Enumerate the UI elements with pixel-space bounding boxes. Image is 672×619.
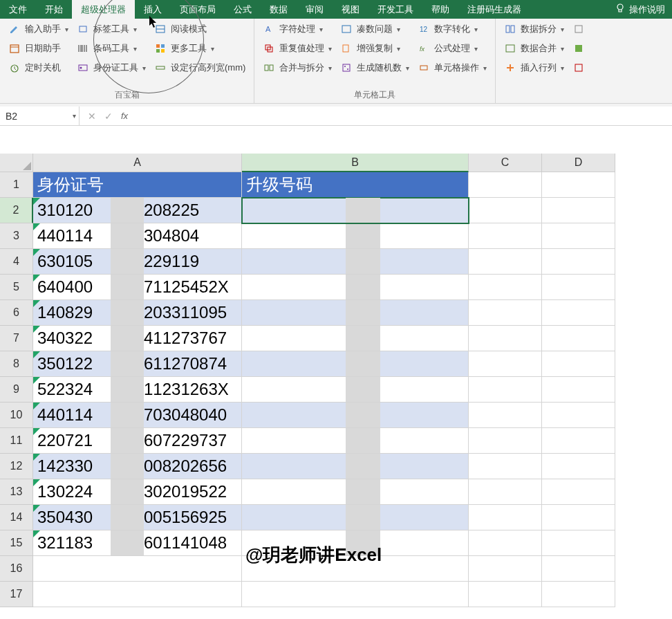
tab-register[interactable]: 注册码生成器: [458, 0, 530, 19]
cell-c16[interactable]: [469, 556, 542, 582]
more-tools-button[interactable]: 更多工具▾: [151, 41, 248, 56]
cell-b10[interactable]: [242, 403, 469, 428]
cell-ops-button[interactable]: 单元格操作▾: [415, 60, 489, 75]
date-helper-button[interactable]: 日期助手: [6, 41, 71, 56]
row-header[interactable]: 4: [0, 249, 33, 275]
id-tool-button[interactable]: 身份证工具▾: [74, 60, 149, 75]
tab-developer[interactable]: 开发工具: [368, 0, 422, 19]
row-header[interactable]: 8: [0, 351, 33, 377]
cell-a15[interactable]: 321183601141048: [33, 530, 242, 556]
cell-c8[interactable]: [469, 351, 542, 377]
cell-c2[interactable]: [469, 198, 542, 223]
cell-c9[interactable]: [469, 377, 542, 403]
cell-c5[interactable]: [469, 275, 542, 300]
cell-a5[interactable]: 64040071125452X: [33, 275, 242, 300]
row-header[interactable]: 6: [0, 300, 33, 326]
cell-c4[interactable]: [469, 249, 542, 275]
row-header[interactable]: 5: [0, 275, 33, 300]
cell-a7[interactable]: 340322411273767: [33, 326, 242, 351]
tag-tool-button[interactable]: 标签工具▾: [74, 21, 149, 37]
cell-b13[interactable]: [242, 479, 469, 505]
enhance-copy-button[interactable]: 增强复制▾: [337, 41, 412, 56]
cell-b5[interactable]: [242, 275, 469, 300]
cell-b9[interactable]: [242, 377, 469, 403]
cell-d1[interactable]: [542, 172, 615, 198]
cell-d5[interactable]: [542, 275, 615, 300]
cell-c6[interactable]: [469, 300, 542, 326]
cell-d9[interactable]: [542, 377, 615, 403]
cell-b8[interactable]: [242, 351, 469, 377]
cell-b2[interactable]: [242, 198, 469, 223]
cell-d11[interactable]: [542, 428, 615, 454]
num-convert-button[interactable]: 12数字转化▾: [415, 21, 489, 37]
cell-a17[interactable]: [33, 582, 242, 607]
cell-d16[interactable]: [542, 556, 615, 582]
col-header-c[interactable]: C: [469, 154, 542, 172]
row-header[interactable]: 12: [0, 454, 33, 479]
cell-b14[interactable]: [242, 505, 469, 530]
dup-proc-button[interactable]: 重复值处理▾: [260, 41, 335, 56]
cell-d3[interactable]: [542, 223, 615, 249]
extra-button-1[interactable]: [570, 21, 588, 37]
tab-file[interactable]: 文件: [0, 0, 36, 19]
cell-b6[interactable]: [242, 300, 469, 326]
cell-a14[interactable]: 350430005156925: [33, 505, 242, 530]
cell-c1[interactable]: [469, 172, 542, 198]
chevron-down-icon[interactable]: ▾: [73, 112, 76, 120]
cell-c13[interactable]: [469, 479, 542, 505]
tab-super-processor[interactable]: 超级处理器: [72, 0, 135, 19]
cell-a4[interactable]: 630105229119: [33, 249, 242, 275]
tab-review[interactable]: 审阅: [297, 0, 333, 19]
gen-random-button[interactable]: 生成随机数▾: [337, 60, 412, 75]
confirm-icon[interactable]: ✓: [104, 111, 113, 122]
cell-d7[interactable]: [542, 326, 615, 351]
data-split-button[interactable]: 数据拆分▾: [501, 21, 567, 37]
cancel-icon[interactable]: ✕: [88, 111, 96, 122]
cell-d8[interactable]: [542, 351, 615, 377]
extra-button-2[interactable]: [570, 41, 588, 56]
row-header[interactable]: 10: [0, 403, 33, 428]
row-header[interactable]: 3: [0, 223, 33, 249]
cell-a12[interactable]: 142330008202656: [33, 454, 242, 479]
tab-view[interactable]: 视图: [333, 0, 368, 19]
cell-c10[interactable]: [469, 403, 542, 428]
cell-d10[interactable]: [542, 403, 615, 428]
cell-a16[interactable]: [33, 556, 242, 582]
cell-a1[interactable]: 身份证号: [33, 172, 242, 198]
tell-me-search[interactable]: 操作说明: [615, 3, 672, 16]
cell-c14[interactable]: [469, 505, 542, 530]
tab-data[interactable]: 数据: [261, 0, 297, 19]
tab-page-layout[interactable]: 页面布局: [171, 0, 225, 19]
cell-b17[interactable]: [242, 582, 469, 607]
cell-a10[interactable]: 440114703048040: [33, 403, 242, 428]
cell-b1[interactable]: 升级号码: [242, 172, 469, 198]
row-header[interactable]: 13: [0, 479, 33, 505]
collect-q-button[interactable]: 凑数问题▾: [337, 21, 412, 37]
cell-b12[interactable]: [242, 454, 469, 479]
cell-c12[interactable]: [469, 454, 542, 479]
row-header[interactable]: 16: [0, 556, 33, 582]
cell-d17[interactable]: [542, 582, 615, 607]
tab-home[interactable]: 开始: [36, 0, 72, 19]
cell-d14[interactable]: [542, 505, 615, 530]
cell-c17[interactable]: [469, 582, 542, 607]
read-mode-button[interactable]: 阅读模式: [151, 21, 248, 37]
row-header[interactable]: 9: [0, 377, 33, 403]
insert-rowcol-button[interactable]: 插入行列▾: [501, 60, 567, 75]
cell-c7[interactable]: [469, 326, 542, 351]
input-helper-button[interactable]: 输入助手▾: [6, 21, 71, 37]
row-header[interactable]: 1: [0, 172, 33, 198]
row-header[interactable]: 17: [0, 582, 33, 607]
cell-c15[interactable]: [469, 530, 542, 556]
barcode-tool-button[interactable]: 条码工具▾: [74, 41, 149, 56]
tab-formulas[interactable]: 公式: [225, 0, 261, 19]
cell-d2[interactable]: [542, 198, 615, 223]
set-rowcol-button[interactable]: 设定行高列宽(mm): [151, 60, 248, 75]
cell-d4[interactable]: [542, 249, 615, 275]
row-header[interactable]: 15: [0, 530, 33, 556]
cell-b3[interactable]: [242, 223, 469, 249]
cell-a8[interactable]: 350122611270874: [33, 351, 242, 377]
merge-split-button[interactable]: 合并与拆分▾: [260, 60, 335, 75]
cell-a2[interactable]: 310120208225: [33, 198, 242, 223]
cell-a11[interactable]: 220721607229737: [33, 428, 242, 454]
